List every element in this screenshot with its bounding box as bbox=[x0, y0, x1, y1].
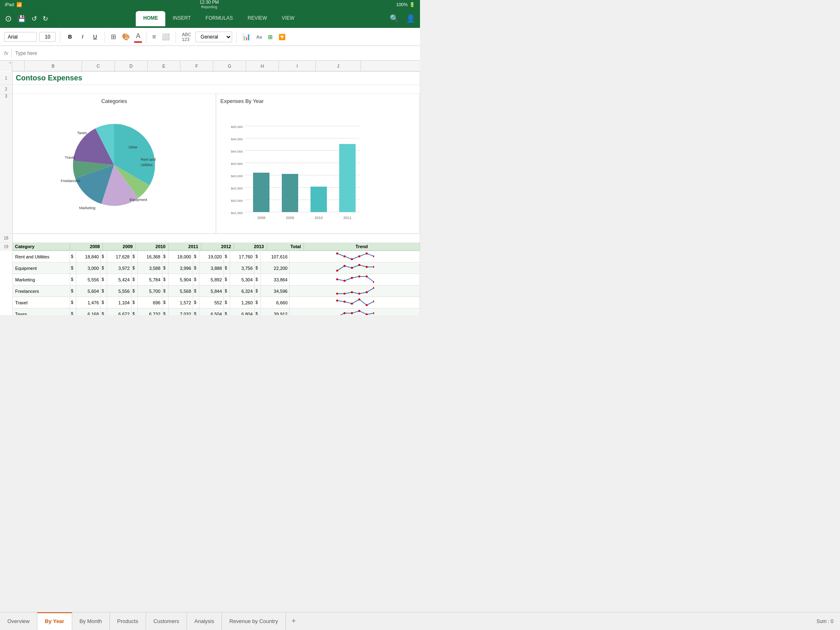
separator-4 bbox=[176, 31, 176, 43]
header-trend: Trend bbox=[304, 243, 420, 251]
cell-total: 107,616 bbox=[261, 251, 290, 262]
bar-chart-container: Expenses By Year $41,500 $42,000 $42,500… bbox=[216, 94, 420, 233]
font-name-input[interactable] bbox=[4, 32, 37, 42]
toolbar-left: ⊙ 💾 ↺ ↻ bbox=[3, 12, 50, 25]
conditional-format-icon[interactable]: 📊 bbox=[241, 31, 252, 42]
align-icon[interactable]: ≡ bbox=[151, 32, 158, 42]
chart-row: 3 Categories bbox=[0, 94, 420, 234]
back-icon[interactable]: ⊙ bbox=[3, 12, 14, 25]
col-header-I[interactable]: I bbox=[279, 61, 316, 71]
tab-insert[interactable]: INSERT bbox=[165, 11, 198, 26]
svg-point-33 bbox=[351, 312, 353, 314]
col-header-G[interactable]: G bbox=[213, 61, 246, 71]
bar-chart: $41,500 $42,000 $42,500 $43,000 $43,500 … bbox=[220, 107, 364, 222]
svg-marker-0 bbox=[9, 62, 11, 64]
tab-review[interactable]: REVIEW bbox=[240, 11, 274, 26]
search-icon[interactable]: 🔍 bbox=[388, 12, 400, 25]
pie-label-marketing: Marketing bbox=[79, 206, 96, 210]
chart-rownum: 3 bbox=[0, 94, 12, 234]
main-area: 1 Contoso Expenses 2 3 Categories bbox=[0, 71, 420, 315]
table-row: Rent and Utilities $ 18,840 $ 17,628 $ 1… bbox=[13, 251, 420, 262]
cell-2012: 5,844 bbox=[199, 285, 224, 297]
cell-2008: 5,556 bbox=[76, 274, 101, 285]
rownum-2: 2 bbox=[0, 85, 12, 94]
x-label-2009: 2009 bbox=[286, 216, 294, 220]
cell-style-icon[interactable]: Aa bbox=[255, 33, 263, 41]
bar-chart-title: Expenses By Year bbox=[220, 98, 415, 104]
rownum-19: 19 bbox=[0, 243, 12, 251]
account-icon[interactable]: 👤 bbox=[404, 12, 417, 25]
cell-trend bbox=[290, 274, 420, 285]
fill-color-icon[interactable]: 🎨 bbox=[120, 31, 132, 42]
cell-2008: 1,476 bbox=[76, 297, 101, 308]
svg-point-23 bbox=[366, 291, 368, 293]
header-2010: 2010 bbox=[135, 243, 168, 251]
y-label-2: $42,000 bbox=[231, 199, 243, 203]
formula-bar: fx bbox=[0, 46, 420, 61]
svg-point-11 bbox=[366, 266, 368, 268]
pie-label-taxes: Taxes bbox=[77, 131, 87, 135]
cell-2008: 5,604 bbox=[76, 285, 101, 297]
formula-separator bbox=[11, 49, 12, 58]
tab-view[interactable]: VIEW bbox=[274, 11, 302, 26]
merge-icon[interactable]: ⬜ bbox=[160, 31, 171, 42]
cell-total: 6,660 bbox=[261, 297, 290, 308]
svg-point-26 bbox=[344, 301, 346, 303]
tab-home[interactable]: HOME bbox=[136, 11, 165, 26]
cell-total: 22,200 bbox=[261, 262, 290, 274]
col-header-A[interactable] bbox=[12, 61, 25, 71]
cell-2013: 6,804 bbox=[230, 308, 255, 315]
number-format-select[interactable]: General bbox=[195, 32, 232, 42]
select-all-icon[interactable] bbox=[0, 61, 12, 71]
x-label-2011: 2011 bbox=[343, 216, 352, 220]
underline-button[interactable]: U bbox=[89, 32, 100, 42]
separator-5 bbox=[236, 31, 237, 43]
cell-2009: 6,672 bbox=[107, 308, 132, 315]
col-header-E[interactable]: E bbox=[148, 61, 180, 71]
pie-chart-container: Categories bbox=[13, 94, 217, 233]
y-label-7: $44,500 bbox=[231, 137, 243, 141]
bold-button[interactable]: B bbox=[64, 32, 75, 42]
wifi-icon: 📶 bbox=[16, 2, 22, 7]
redo-icon[interactable]: ↻ bbox=[41, 13, 50, 24]
col-header-F[interactable]: F bbox=[180, 61, 213, 71]
borders-icon[interactable]: ⊞ bbox=[109, 31, 118, 42]
row-18: 18 bbox=[0, 234, 420, 243]
spreadsheet-title: Contoso Expenses bbox=[16, 74, 82, 82]
cell-2010: 696 bbox=[138, 297, 162, 308]
col-header-C[interactable]: C bbox=[82, 61, 115, 71]
status-bar: iPad 📶 12:30 PM Reporting 100% 🔋 bbox=[0, 0, 420, 9]
save-icon[interactable]: 💾 bbox=[16, 13, 27, 24]
pie-label-freelancers: Freelancers bbox=[61, 179, 80, 183]
tab-formulas[interactable]: FORMULAS bbox=[198, 11, 240, 26]
corner-cell bbox=[0, 61, 12, 71]
sort-filter-icon[interactable]: 🔽 bbox=[277, 32, 287, 42]
insert-delete-icon[interactable]: ⊞ bbox=[266, 32, 274, 42]
svg-point-13 bbox=[336, 278, 338, 281]
toolbar-tabs: HOME INSERT FORMULAS REVIEW VIEW bbox=[51, 11, 386, 26]
battery-icon: 🔋 bbox=[409, 2, 415, 7]
undo-icon[interactable]: ↺ bbox=[30, 13, 39, 24]
col-header-J[interactable]: J bbox=[316, 61, 361, 71]
pie-label-equipment: Equipment bbox=[130, 198, 148, 202]
formula-input[interactable] bbox=[15, 50, 416, 56]
x-label-2008: 2008 bbox=[257, 216, 265, 220]
table-row: Equipment $ 3,000 $ 3,972 $ 3,588 $ 3,99… bbox=[13, 262, 420, 274]
header-2012: 2012 bbox=[201, 243, 234, 251]
italic-button[interactable]: I bbox=[78, 32, 87, 42]
col-header-B[interactable]: B bbox=[25, 61, 82, 71]
font-size-input[interactable] bbox=[39, 32, 56, 42]
cell-trend bbox=[290, 262, 420, 274]
y-label-6: $44,000 bbox=[231, 150, 243, 153]
header-2008: 2008 bbox=[70, 243, 103, 251]
cell-2012: 552 bbox=[199, 297, 224, 308]
table-row: Marketing $ 5,556 $ 5,424 $ 5,784 $ 5,90… bbox=[13, 274, 420, 285]
svg-point-17 bbox=[366, 276, 368, 278]
col-header-D[interactable]: D bbox=[115, 61, 148, 71]
font-color-icon[interactable]: A bbox=[134, 31, 142, 43]
cell-2012: 19,020 bbox=[199, 251, 224, 262]
svg-point-1 bbox=[336, 253, 338, 255]
cell-2010: 3,588 bbox=[138, 262, 162, 274]
col-header-H[interactable]: H bbox=[246, 61, 279, 71]
cell-2011: 5,568 bbox=[169, 285, 193, 297]
